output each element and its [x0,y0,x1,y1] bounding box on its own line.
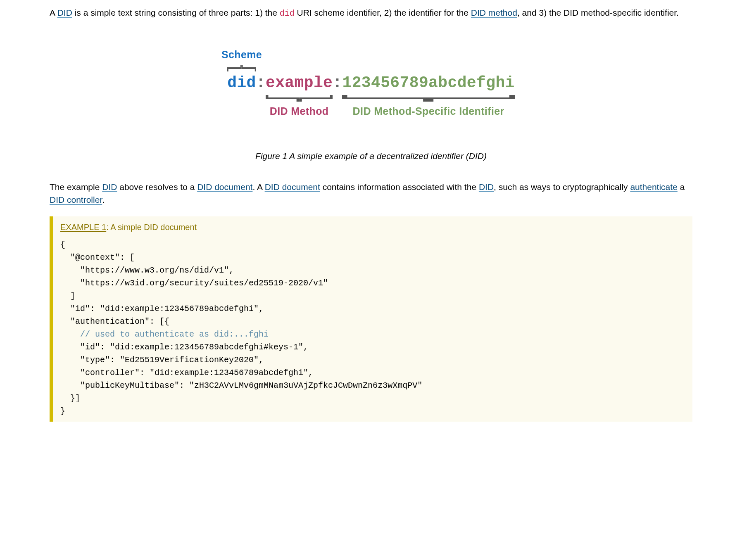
link-did-controller[interactable]: DID controller [50,195,102,204]
code-comment: // used to authenticate as did:...fghi [80,330,269,339]
text: above resolves to a [117,182,197,192]
text: The example [50,182,102,192]
example-box: EXAMPLE 1: A simple DID document { "@con… [50,216,692,422]
intro-paragraph-1: A DID is a simple text string consisting… [50,7,692,20]
text: , and 3) the DID method-specific identif… [517,8,679,17]
text: . [102,195,105,204]
code-did-scheme: did [280,9,295,18]
segment-method: example DID Method [266,71,333,94]
text: is a simple text string consisting of th… [72,8,280,17]
example-sep: : [106,223,110,232]
msi-text: 123456789abcdefghi [342,74,514,92]
bracket-msi [342,95,514,103]
bracket-method [266,95,333,103]
link-did[interactable]: DID [479,182,494,192]
link-authenticate[interactable]: authenticate [630,182,677,192]
link-did-document[interactable]: DID document [197,182,252,192]
did-diagram: Scheme did : example [227,43,515,127]
segment-msi: 123456789abcdefghi DID Method-Specific I… [342,71,514,94]
figure-1: Scheme did : example [50,43,692,163]
segment-scheme: Scheme did [227,71,256,94]
link-did-method[interactable]: DID method [471,8,517,17]
link-did[interactable]: DID [57,8,72,17]
intro-paragraph-2: The example DID above resolves to a DID … [50,181,692,206]
link-did-document[interactable]: DID document [265,182,320,192]
example-name: A simple DID document [110,223,197,232]
example-code: { "@context": [ "https://www.w3.org/ns/d… [60,238,685,418]
colon-2: : [333,71,342,94]
code-part-1: { "@context": [ "https://www.w3.org/ns/d… [60,240,328,339]
figure-number: Figure 1 [255,151,287,161]
text: URI scheme identifier, 2) the identifier… [295,8,471,17]
text: , such as ways to cryptographically [494,182,630,192]
text: A [50,8,57,17]
text: . A [252,182,264,192]
link-did[interactable]: DID [102,182,117,192]
method-text: example [266,74,333,92]
label-msi: DID Method-Specific Identifier [353,104,504,119]
did-string: Scheme did : example [227,71,515,94]
example-marker-link[interactable]: EXAMPLE 1 [60,223,106,232]
page-body: A DID is a simple text string consisting… [0,0,742,422]
figure-caption-text: A simple example of a decentralized iden… [287,151,487,161]
bracket-scheme [227,63,256,71]
label-scheme: Scheme [221,47,262,62]
example-title: EXAMPLE 1: A simple DID document [60,221,685,233]
text: contains information associated with the [320,182,479,192]
text: a [678,182,685,192]
code-part-2: "id": "did:example:123456789abcdefghi#ke… [60,342,422,416]
figure-caption: Figure 1 A simple example of a decentral… [50,150,692,162]
colon-1: : [256,71,266,94]
label-method: DID Method [270,104,329,119]
scheme-text: did [227,74,256,92]
